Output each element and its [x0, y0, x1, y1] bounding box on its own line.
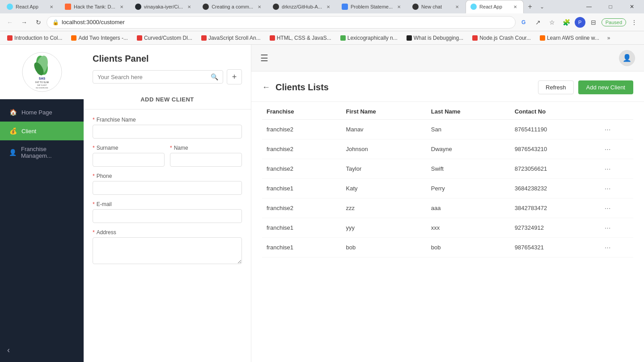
- row-menu-4[interactable]: ···: [600, 198, 633, 218]
- home-icon: 🏠: [9, 108, 17, 116]
- tab-favicon-8: [470, 4, 477, 10]
- phone-label: * Phone: [93, 173, 242, 179]
- tab-favicon-1: [7, 4, 13, 10]
- tab-close-4[interactable]: ✕: [256, 3, 263, 10]
- row-menu-2[interactable]: ···: [600, 159, 633, 179]
- bookmark-intro-to-col[interactable]: Introduction to Col...: [4, 34, 66, 42]
- bookmark-icon-6: [340, 35, 346, 41]
- back-button[interactable]: ←: [4, 16, 16, 29]
- row-menu-5[interactable]: ···: [600, 218, 633, 238]
- search-input[interactable]: [97, 74, 208, 80]
- tab-creating[interactable]: Creating a comm... ✕: [198, 0, 268, 13]
- bookmark-aws[interactable]: Learn AWS online w...: [536, 34, 603, 42]
- bookmark-lexico[interactable]: Lexicographically n...: [337, 34, 401, 42]
- app-container: SAS FAT TO SLIM EAT SLEEP NO EXERCISE 🏠 …: [0, 45, 644, 362]
- tab-github[interactable]: vinayaka-iyer/Ci... ✕: [130, 0, 198, 13]
- tab-close-5[interactable]: ✕: [325, 3, 332, 10]
- avatar-icon: 👤: [623, 54, 631, 62]
- bookmark-js-scroll[interactable]: JavaScript Scroll An...: [198, 34, 264, 42]
- sidebar-toggle-button[interactable]: ⊟: [587, 16, 600, 29]
- address-field: * Address: [93, 229, 242, 265]
- svg-text:SAS: SAS: [38, 77, 45, 80]
- franchise-name-input[interactable]: [93, 125, 242, 139]
- tab-problem[interactable]: Problem Stateme... ✕: [337, 0, 407, 13]
- menu-button[interactable]: ⋮: [628, 16, 640, 29]
- tab-close-7[interactable]: ✕: [453, 3, 461, 10]
- address-input[interactable]: [93, 237, 242, 264]
- cell-firstname-5: yyy: [342, 218, 427, 238]
- nav-icons: G ↗ ☆ 🧩 P ⊟ Paused ⋮: [517, 16, 640, 29]
- search-icon[interactable]: 🔍: [211, 73, 218, 80]
- sidebar-navigation: 🏠 Home Page 💰 Client 👤 Franchise Managem…: [0, 99, 84, 338]
- bookmark-label-5: HTML, CSS & JavaS...: [277, 35, 331, 41]
- surname-label: * Surname: [93, 145, 165, 151]
- add-button[interactable]: +: [227, 69, 242, 84]
- bookmark-button[interactable]: ☆: [546, 16, 559, 29]
- bookmarks-more-button[interactable]: »: [605, 34, 613, 42]
- sidebar-item-home[interactable]: 🏠 Home Page: [0, 103, 84, 122]
- refresh-button[interactable]: Refresh: [538, 80, 574, 94]
- row-menu-0[interactable]: ···: [600, 120, 633, 139]
- client-icon: 💰: [9, 127, 17, 135]
- address-label: * Address: [93, 229, 242, 236]
- tab-label-3: vinayaka-iyer/Ci...: [144, 4, 183, 9]
- tab-react-1[interactable]: React App ✕: [2, 0, 60, 13]
- row-menu-6[interactable]: ···: [600, 238, 633, 257]
- google-search-button[interactable]: G: [517, 16, 530, 29]
- minimize-button[interactable]: —: [579, 0, 599, 13]
- table-row: franchise2 Johnson Dwayne 9876543210 ···: [262, 139, 633, 159]
- forward-button[interactable]: →: [18, 16, 30, 29]
- phone-input[interactable]: [93, 181, 242, 195]
- search-input-wrap[interactable]: 🔍: [93, 70, 223, 84]
- tab-list-button[interactable]: ⌄: [538, 4, 546, 10]
- extensions-button[interactable]: 🧩: [560, 16, 573, 29]
- row-menu-3[interactable]: ···: [600, 179, 633, 198]
- maximize-button[interactable]: □: [600, 0, 621, 13]
- surname-input[interactable]: [93, 153, 165, 167]
- bookmark-nodejs[interactable]: Node.js Crash Cour...: [469, 34, 534, 42]
- tab-close-6[interactable]: ✕: [395, 3, 402, 10]
- paused-button[interactable]: Paused: [602, 18, 626, 26]
- user-avatar[interactable]: 👤: [619, 50, 635, 66]
- sidebar-item-franchise[interactable]: 👤 Franchise Managem...: [0, 140, 84, 164]
- bookmark-icon-2: [71, 35, 76, 41]
- phone-field: * Phone: [93, 173, 242, 195]
- required-asterisk-address: *: [93, 229, 95, 236]
- bookmark-html-css[interactable]: HTML, CSS & JavaS...: [266, 34, 335, 42]
- franchise-name-label: * Franchise Name: [93, 117, 242, 123]
- bookmark-debugging[interactable]: What is Debugging...: [403, 34, 467, 42]
- tab-close-3[interactable]: ✕: [186, 3, 193, 10]
- share-button[interactable]: ↗: [532, 16, 544, 29]
- cell-lastname-4: aaa: [427, 198, 510, 218]
- tab-hack[interactable]: Hack the Tank: D... ✕: [60, 0, 130, 13]
- tab-react-2[interactable]: React App ✕: [466, 0, 524, 13]
- tab-close-1[interactable]: ✕: [48, 3, 55, 10]
- back-arrow-button[interactable]: ←: [262, 83, 270, 92]
- cell-contact-6: 987654321: [510, 238, 600, 257]
- profile-button[interactable]: P: [575, 17, 585, 28]
- tab-newchat[interactable]: New chat ✕: [407, 0, 466, 13]
- bookmark-add-two-integers[interactable]: Add Two Integers -...: [68, 34, 131, 42]
- bookmark-curved[interactable]: Curved/Custom Dl...: [133, 34, 196, 42]
- address-bar[interactable]: 🔒 localhost:3000/customer: [47, 16, 516, 29]
- add-new-client-button[interactable]: Add new Client: [578, 80, 633, 94]
- hamburger-icon[interactable]: ☰: [260, 53, 268, 63]
- lock-icon: 🔒: [52, 19, 59, 25]
- franchise-icon: 👤: [9, 148, 17, 156]
- cell-franchise-4: franchise2: [262, 198, 342, 218]
- row-menu-1[interactable]: ···: [600, 139, 633, 159]
- bookmark-label-6: Lexicographically n...: [347, 35, 398, 41]
- cell-contact-3: 3684238232: [510, 179, 600, 198]
- right-panel: ☰ 👤 ← Clients Lists Refresh Add new Clie…: [251, 45, 644, 362]
- email-input[interactable]: [93, 209, 242, 223]
- name-input[interactable]: [170, 153, 242, 167]
- tab-drkn[interactable]: drknzz/GitHub-A... ✕: [268, 0, 337, 13]
- surname-field: * Surname: [93, 145, 165, 167]
- reload-button[interactable]: ↻: [32, 16, 45, 29]
- sidebar-collapse-button[interactable]: ‹: [0, 338, 84, 362]
- tab-close-8[interactable]: ✕: [512, 3, 519, 10]
- sidebar-item-client[interactable]: 💰 Client: [0, 122, 84, 140]
- tab-close-2[interactable]: ✕: [118, 3, 125, 10]
- close-button[interactable]: ✕: [622, 0, 642, 13]
- new-tab-button[interactable]: +: [524, 0, 536, 13]
